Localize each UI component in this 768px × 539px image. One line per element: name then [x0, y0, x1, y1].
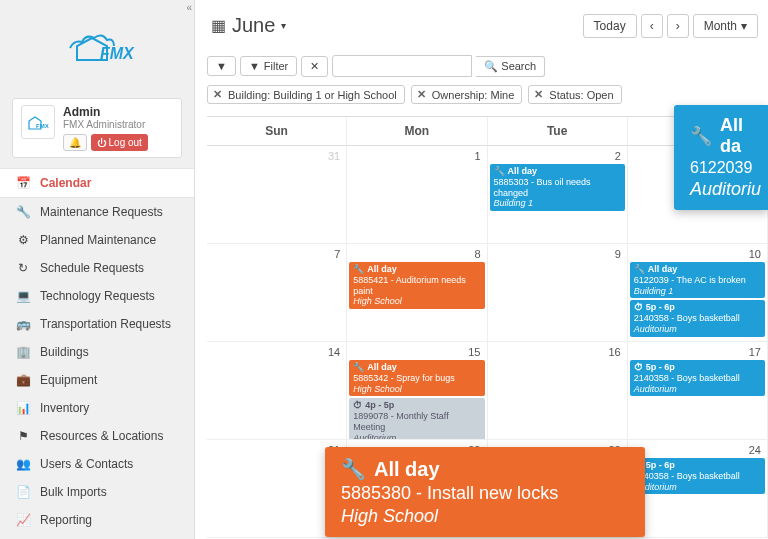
event-icon: 🔧 — [634, 264, 645, 275]
logo[interactable]: FMX — [0, 0, 194, 90]
event-icon: 🔧 — [494, 166, 505, 177]
chevron-down-icon: ▾ — [281, 20, 286, 31]
calendar-cell[interactable]: 15🔧All day5885342 - Spray for bugsHigh S… — [347, 342, 487, 440]
month-picker[interactable]: ▦ June ▾ — [207, 10, 290, 41]
nav-label: Bulk Imports — [40, 485, 107, 499]
funnel-icon: ▼ — [249, 60, 260, 72]
funnel-button[interactable]: ▼ — [207, 56, 236, 76]
user-name: Admin — [63, 105, 173, 119]
nav-label: Technology Requests — [40, 289, 155, 303]
nav-label: Users & Contacts — [40, 457, 133, 471]
nav-label: Maintenance Requests — [40, 205, 163, 219]
user-card: FMX Admin FMX Administrator 🔔 Log out — [12, 98, 182, 158]
day-header: Mon — [347, 117, 487, 146]
nav-icon: ⚙ — [16, 233, 30, 247]
nav-transport[interactable]: 🚌Transportation Requests — [0, 310, 194, 338]
nav-icon: 📅 — [16, 176, 30, 190]
cell-date: 31 — [328, 150, 340, 162]
calendar-cell[interactable]: 17⏱5p - 6p2140358 - Boys basketballAudit… — [628, 342, 768, 440]
calendar-event[interactable]: 🔧All day6122039 - The AC is brokenBuildi… — [630, 262, 765, 298]
nav-technology[interactable]: 💻Technology Requests — [0, 282, 194, 310]
nav-inventory[interactable]: 📊Inventory — [0, 394, 194, 422]
nav-label: Equipment — [40, 373, 97, 387]
calendar-cell[interactable]: 16 — [488, 342, 628, 440]
nav-icon: 🚌 — [16, 317, 30, 331]
filter-chip[interactable]: ✕Status: Open — [528, 85, 621, 104]
filter-chip[interactable]: ✕Ownership: Mine — [411, 85, 523, 104]
nav-reporting[interactable]: 📈Reporting — [0, 506, 194, 534]
calendar-cell[interactable]: 7 — [207, 244, 347, 342]
clear-filter-button[interactable]: ✕ — [301, 56, 328, 77]
chip-remove-icon[interactable]: ✕ — [534, 88, 543, 101]
nav-icon: 📊 — [16, 401, 30, 415]
nav-label: Reporting — [40, 513, 92, 527]
nav-schedule[interactable]: ↻Schedule Requests — [0, 254, 194, 282]
today-button[interactable]: Today — [583, 14, 637, 38]
day-header: Tue — [488, 117, 628, 146]
cell-date: 10 — [749, 248, 761, 260]
nav-label: Transportation Requests — [40, 317, 171, 331]
prev-button[interactable]: ‹ — [641, 14, 663, 38]
nav-icon: 💼 — [16, 373, 30, 387]
calendar-event[interactable]: ⏱5p - 6p2140358 - Boys basketballAuditor… — [630, 360, 765, 396]
calendar-cell[interactable]: 10🔧All day6122039 - The AC is brokenBuil… — [628, 244, 768, 342]
nav-buildings[interactable]: 🏢Buildings — [0, 338, 194, 366]
nav-bulk[interactable]: 📄Bulk Imports — [0, 478, 194, 506]
nav-maintenance[interactable]: 🔧Maintenance Requests — [0, 198, 194, 226]
nav-icon: 📈 — [16, 513, 30, 527]
cell-date: 2 — [615, 150, 621, 162]
event-popup-blue[interactable]: 🔧All da 6122039 Auditoriu — [674, 105, 768, 210]
event-popup-orange[interactable]: 🔧All day 5885380 - Install new locks Hig… — [325, 447, 645, 537]
nav-icon: ↻ — [16, 261, 30, 275]
nav-calendar[interactable]: 📅Calendar — [0, 168, 194, 198]
cell-date: 24 — [749, 444, 761, 456]
cell-date: 17 — [749, 346, 761, 358]
event-icon: ⏱ — [353, 400, 362, 411]
filter-button[interactable]: ▼Filter — [240, 56, 297, 76]
cell-date: 9 — [615, 248, 621, 260]
day-header: Sun — [207, 117, 347, 146]
nav-users[interactable]: 👥Users & Contacts — [0, 450, 194, 478]
filter-chip[interactable]: ✕Building: Building 1 or High School — [207, 85, 405, 104]
sidebar-collapse-icon[interactable]: « — [186, 2, 192, 13]
wrench-icon: 🔧 — [341, 457, 366, 481]
event-icon: 🔧 — [353, 264, 364, 275]
calendar-cell[interactable]: 8🔧All day5885421 - Auditorium needs pain… — [347, 244, 487, 342]
nav-label: Schedule Requests — [40, 261, 144, 275]
search-input[interactable] — [332, 55, 472, 77]
calendar-cell[interactable]: 14 — [207, 342, 347, 440]
calendar-event[interactable]: ⏱5p - 6p2140358 - Boys basketballAuditor… — [630, 300, 765, 336]
nav-equipment[interactable]: 💼Equipment — [0, 366, 194, 394]
calendar-cell[interactable]: 9 — [488, 244, 628, 342]
calendar-cell[interactable]: 1 — [347, 146, 487, 244]
cell-date: 7 — [334, 248, 340, 260]
nav-icon: 🏢 — [16, 345, 30, 359]
nav-label: Resources & Locations — [40, 429, 163, 443]
search-button[interactable]: 🔍 Search — [476, 56, 545, 77]
chip-remove-icon[interactable]: ✕ — [417, 88, 426, 101]
nav-admin[interactable]: ⚙Admin Settings — [0, 534, 194, 539]
chevron-down-icon: ▾ — [741, 19, 747, 33]
filter-chips: ✕Building: Building 1 or High School✕Own… — [207, 85, 768, 104]
nav-resources[interactable]: ⚑Resources & Locations — [0, 422, 194, 450]
calendar-event[interactable]: 🔧All day5885342 - Spray for bugsHigh Sch… — [349, 360, 484, 396]
month-label: June — [232, 14, 275, 37]
logout-button[interactable]: Log out — [91, 134, 148, 151]
calendar-event[interactable]: ⏱4p - 5p1899078 - Monthly Staff MeetingA… — [349, 398, 484, 440]
calendar-event[interactable]: 🔧All day5885421 - Auditorium needs paint… — [349, 262, 484, 309]
notifications-button[interactable]: 🔔 — [63, 134, 87, 151]
nav-icon: 📄 — [16, 485, 30, 499]
calendar-event[interactable]: ⏱5p - 6p2140358 - Boys basketballAuditor… — [630, 458, 765, 494]
calendar-cell[interactable]: 24⏱5p - 6p2140358 - Boys basketballAudit… — [628, 440, 768, 538]
calendar-cell[interactable]: 31 — [207, 146, 347, 244]
nav-label: Buildings — [40, 345, 89, 359]
nav-planned[interactable]: ⚙Planned Maintenance — [0, 226, 194, 254]
view-picker[interactable]: Month ▾ — [693, 14, 758, 38]
calendar-cell[interactable]: 2🔧All day5885303 - Bus oil needs changed… — [488, 146, 628, 244]
nav-icon: 👥 — [16, 457, 30, 471]
user-role: FMX Administrator — [63, 119, 173, 130]
next-button[interactable]: › — [667, 14, 689, 38]
calendar-event[interactable]: 🔧All day5885303 - Bus oil needs changedB… — [490, 164, 625, 211]
chip-remove-icon[interactable]: ✕ — [213, 88, 222, 101]
cell-date: 15 — [468, 346, 480, 358]
